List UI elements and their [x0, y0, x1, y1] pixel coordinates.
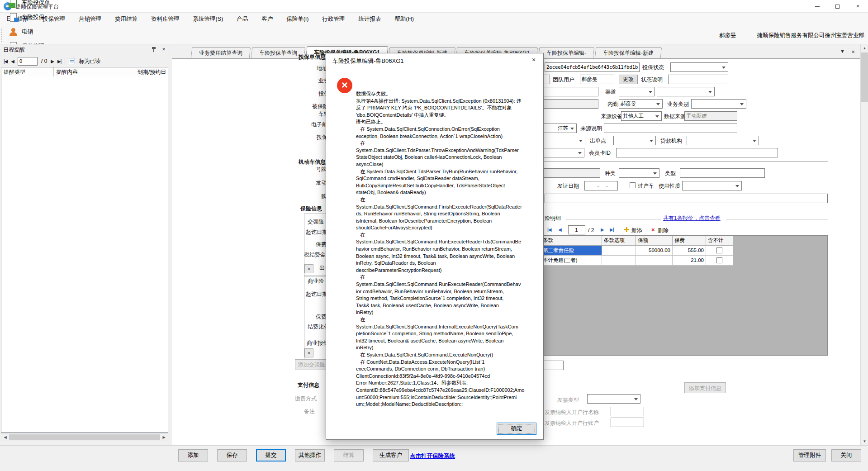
add-row-button[interactable]: 新添 [631, 227, 642, 234]
source-note-field[interactable] [604, 124, 737, 133]
main-vertical-scrollbar[interactable]: ▲ ▼ [860, 44, 868, 445]
open-insurance-system-link[interactable]: 点击打开保险系统 [410, 452, 455, 460]
first-page-icon[interactable]: |◀ [547, 227, 551, 232]
menu-item-8[interactable]: 客户 [261, 15, 273, 23]
menu-item-9[interactable]: 保险单(I) [286, 15, 308, 23]
grid-column-header-3[interactable]: 保额 [636, 236, 673, 246]
grid-cell[interactable] [602, 246, 636, 256]
column-header-content[interactable]: 提醒内容 [54, 67, 135, 76]
vehicle-readonly-field[interactable] [541, 168, 600, 178]
usage-select[interactable] [682, 181, 742, 190]
grid-cell[interactable] [602, 256, 636, 266]
source-device-select[interactable]: 其他人工 [621, 111, 662, 121]
menu-item-11[interactable]: 统计报表 [358, 15, 381, 23]
action-button-right-2[interactable]: 关闭 [831, 449, 861, 461]
toolbar-button-2[interactable]: 车险投保 [4, 10, 55, 25]
grid-cell[interactable]: 21.00 [673, 256, 706, 266]
tab-6[interactable]: 车险投保单编辑- [538, 47, 595, 58]
action-button-4[interactable]: 其他操作 [295, 449, 325, 461]
deductible-checkbox[interactable] [716, 257, 722, 263]
scroll-up-icon[interactable]: ▲ [861, 44, 868, 52]
grid-column-header-4[interactable]: 保费 [673, 236, 706, 246]
column-header-date[interactable]: 到期/预约日期 [135, 67, 168, 76]
page-number-input[interactable] [18, 57, 38, 66]
menu-item-3[interactable]: 营销管理 [79, 15, 101, 23]
action-button-right-1[interactable]: 管理附件 [793, 449, 826, 461]
policy-status-select[interactable] [670, 62, 728, 72]
last-page-icon[interactable]: ▶| [57, 59, 61, 64]
deductible-checkbox[interactable] [716, 247, 722, 253]
grid-column-header-1[interactable]: 条款 [541, 236, 602, 246]
reminder-list[interactable] [1, 76, 168, 433]
mark-read-button[interactable]: 标为已读 [79, 57, 100, 65]
policy-hash-field[interactable]: 2ecee04efcb54af1be6f43c6b11fbd1b [545, 62, 640, 72]
toolbar-button-3[interactable]: 电销 [4, 25, 55, 39]
issue-point-select[interactable] [613, 136, 656, 145]
tab-1[interactable]: 业务费用结算查询 [191, 47, 251, 58]
quote-page-input[interactable]: 1 [568, 225, 585, 234]
last-page-icon[interactable]: ▶| [610, 227, 614, 232]
sidebar-horizontal-scrollbar[interactable]: ◀ ▶ [1, 433, 168, 441]
tab-scroll-icon[interactable]: ▼ [840, 48, 845, 54]
close-button[interactable]: × [848, 0, 868, 13]
next-page-icon[interactable]: ▶ [51, 59, 54, 64]
minimize-button[interactable] [807, 0, 827, 13]
delete-row-button[interactable]: 删除 [658, 227, 669, 234]
clerk-select[interactable]: 郝彦旻 [619, 99, 663, 109]
grid-cell[interactable]: 50000.00 [636, 246, 673, 256]
grid-cell[interactable] [706, 246, 733, 256]
grid-cell[interactable] [636, 256, 673, 266]
menu-item-5[interactable]: 资料库管理 [151, 15, 180, 23]
menu-item-4[interactable]: 费用结算 [115, 15, 138, 23]
team-user-field[interactable]: 郝彦旻 [580, 75, 614, 84]
member-card-field[interactable] [616, 148, 778, 157]
quote-count-link[interactable]: 共有1条报价，点击查看 [663, 214, 721, 222]
change-button[interactable]: 更改 [619, 75, 638, 84]
type-field[interactable] [680, 168, 765, 178]
loan-org-select[interactable] [687, 136, 759, 145]
invoice-bank-name-field[interactable] [611, 407, 644, 416]
scroll-down-icon[interactable]: ▼ [861, 438, 868, 445]
next-page-icon[interactable]: ▶ [601, 227, 604, 232]
prev-page-icon[interactable]: ◀ [558, 227, 561, 232]
wide-field[interactable] [545, 194, 828, 203]
maximize-button[interactable] [827, 0, 848, 13]
channel-select-1[interactable] [619, 87, 655, 96]
dialog-close-icon[interactable]: × [530, 56, 538, 64]
business-type-select[interactable] [691, 99, 746, 109]
tab-2[interactable]: 车险投保单查询 [251, 47, 306, 58]
invoice-bank-account-field[interactable] [611, 418, 644, 427]
menu-item-7[interactable]: 产品 [237, 15, 248, 23]
issue-date-field[interactable]: ___-__-__ [584, 181, 618, 190]
grid-column-header-5[interactable]: 含不计 [706, 236, 733, 246]
clear-button[interactable]: × [304, 348, 313, 357]
action-button-1[interactable]: 添加 [178, 449, 208, 461]
grid-cell[interactable]: 555.00 [673, 246, 706, 256]
action-button-6[interactable]: 生成客户 [373, 449, 409, 461]
menu-item-12[interactable]: 帮助(H) [394, 15, 413, 23]
grid-cell[interactable]: 不计免赔(三者) [541, 256, 602, 266]
sidebar-close-icon[interactable]: × [160, 46, 167, 53]
scroll-left-icon[interactable]: ◀ [1, 434, 9, 441]
action-button-2[interactable]: 保存 [217, 449, 247, 461]
status-note-field[interactable] [668, 75, 728, 84]
toolbar-button-1[interactable]: 车险投保单 [4, 0, 55, 10]
grid-column-header-2[interactable]: 条款选项 [602, 236, 636, 246]
scrollbar-thumb[interactable] [861, 52, 868, 102]
clear-button[interactable]: × [304, 264, 313, 273]
menu-item-10[interactable]: 行政管理 [322, 15, 345, 23]
tab-7[interactable]: 车险投保单编辑-新建 [595, 47, 662, 58]
pin-icon[interactable] [151, 47, 157, 52]
prev-page-icon[interactable]: ◀ [11, 59, 14, 64]
grid-cell[interactable]: 第三者责任险 [541, 246, 602, 256]
column-header-type[interactable]: 提醒类型 [1, 67, 54, 76]
scrollbar-thumb[interactable] [9, 434, 160, 440]
channel-select-2[interactable] [657, 87, 715, 96]
ok-button[interactable]: 确定 [497, 423, 536, 435]
data-source-field[interactable]: 手动新建 [684, 111, 737, 121]
scroll-right-icon[interactable]: ▶ [160, 434, 168, 441]
tab-close-icon[interactable]: × [851, 48, 855, 55]
grid-cell[interactable] [706, 256, 733, 266]
menu-item-6[interactable]: 系统管理(S) [193, 15, 223, 23]
transfer-checkbox[interactable] [630, 182, 636, 188]
